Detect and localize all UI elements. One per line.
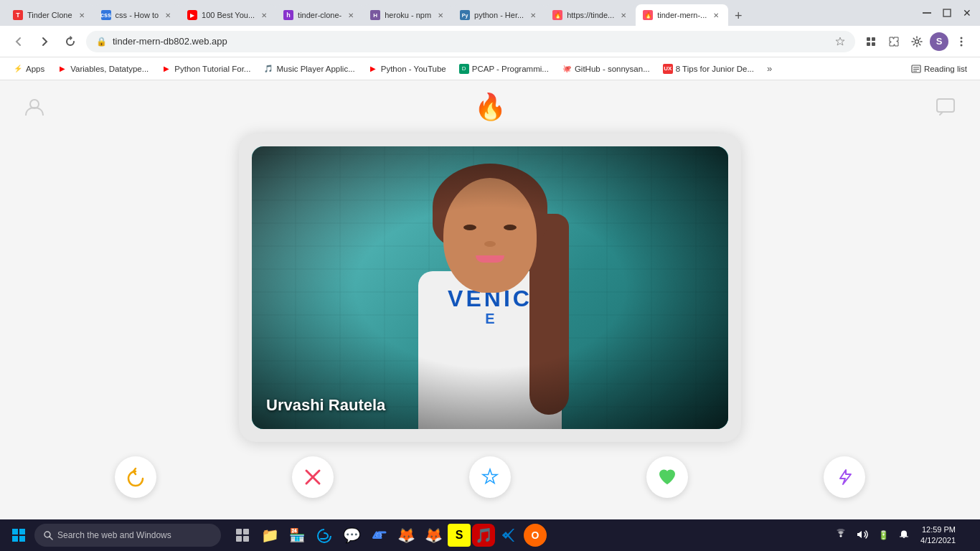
tab-close-1[interactable]: ✕ — [77, 10, 87, 20]
profile-card[interactable]: VENIC E — [252, 146, 728, 429]
taskbar-task-view[interactable] — [230, 522, 255, 548]
new-tab-button[interactable]: + — [728, 6, 748, 26]
close-button[interactable]: ✕ — [960, 6, 974, 20]
bookmark-pcap[interactable]: D PCAP - Programmi... — [453, 61, 555, 77]
tab-css[interactable]: css css - How to ✕ — [94, 4, 181, 26]
bookmark-music[interactable]: 🎵 Music Player Applic... — [258, 61, 360, 77]
taskbar: Search the web and Windows 📁 🏪 💬 — [0, 519, 980, 551]
reload-button[interactable] — [60, 32, 80, 52]
tab-title-8: tinder-mern-... — [657, 11, 707, 19]
svg-point-30 — [377, 533, 381, 537]
tab-close-6[interactable]: ✕ — [528, 10, 538, 20]
ux-favicon: UX — [663, 64, 673, 74]
tab-heroku[interactable]: H heroku - npm ✕ — [363, 4, 453, 26]
tab-youtube-1[interactable]: ▶ 100 Best You... ✕ — [180, 4, 276, 26]
tab-tinder-clone-2[interactable]: h tinder-clone- ✕ — [276, 4, 363, 26]
vscode-icon — [501, 527, 517, 543]
extensions-button[interactable] — [861, 32, 881, 52]
bookmark-github[interactable]: 🐙 GitHub - sonnysan... — [556, 61, 656, 77]
profile-name: Urvashi Rautela — [266, 396, 385, 415]
battery-icon[interactable]: 🔋 — [875, 529, 892, 542]
tab-favicon-7: 🔥 — [552, 10, 562, 20]
tab-close-2[interactable]: ✕ — [163, 10, 173, 20]
taskbar-firefox-2[interactable]: 🦊 — [420, 522, 446, 548]
reading-list-label: Reading list — [924, 65, 967, 73]
chat-button[interactable] — [933, 94, 958, 120]
tab-tinder-clone[interactable]: T Tinder Clone ✕ — [6, 4, 94, 26]
profile-avatar[interactable]: S — [930, 32, 948, 51]
svg-rect-15 — [937, 99, 954, 112]
taskbar-store[interactable]: 🏪 — [284, 522, 310, 548]
svg-point-7 — [961, 37, 963, 39]
svg-rect-2 — [867, 37, 870, 41]
boost-button[interactable] — [824, 456, 865, 498]
nope-button[interactable] — [292, 456, 334, 498]
music-favicon: 🎵 — [263, 64, 273, 74]
tab-favicon-2: css — [101, 10, 111, 20]
taskbar-whatsapp[interactable]: 💬 — [339, 522, 364, 548]
start-button[interactable] — [6, 522, 32, 548]
rewind-icon — [126, 467, 146, 487]
clock-time: 12:59 PM — [920, 524, 956, 535]
reading-list-icon — [911, 64, 921, 74]
tab-title-1: Tinder Clone — [27, 11, 72, 19]
tab-favicon-6: Py — [460, 10, 470, 20]
rewind-button[interactable] — [115, 456, 156, 498]
taskbar-music-app[interactable]: 🎵 — [472, 524, 495, 547]
tab-favicon-1: T — [13, 10, 23, 20]
bookmark-python-tut[interactable]: ▶ Python Tutorial For... — [156, 61, 256, 77]
tinder-app: 🔥 — [0, 80, 980, 519]
extensions-puzzle-button[interactable] — [884, 32, 904, 52]
like-button[interactable] — [646, 456, 688, 498]
tab-favicon-3: ▶ — [187, 10, 197, 20]
maximize-button[interactable] — [940, 6, 954, 20]
tab-close-7[interactable]: ✕ — [618, 10, 628, 20]
profile-card-wrapper[interactable]: VENIC E — [239, 133, 741, 442]
tab-python[interactable]: Py python - Her... ✕ — [453, 4, 545, 26]
taskbar-orange-app[interactable]: O — [524, 524, 547, 547]
system-clock[interactable]: 12:59 PM 4/12/2021 — [916, 524, 960, 547]
taskbar-edge[interactable] — [311, 522, 337, 548]
network-icon[interactable] — [832, 527, 849, 544]
pcap-favicon: D — [459, 64, 469, 74]
lock-icon: 🔒 — [96, 37, 107, 47]
taskbar-snapchat[interactable]: S — [448, 524, 471, 547]
user-profile-button[interactable] — [22, 94, 47, 120]
clock-date: 4/12/2021 — [920, 535, 956, 546]
back-button[interactable] — [9, 32, 29, 52]
taskbar-chrome[interactable] — [366, 522, 392, 548]
chrome-icon — [371, 527, 387, 543]
volume-icon[interactable] — [854, 527, 871, 544]
superlike-button[interactable] — [469, 456, 511, 498]
tab-close-4[interactable]: ✕ — [346, 10, 356, 20]
taskbar-search[interactable]: Search the web and Windows — [34, 524, 221, 547]
tab-close-8[interactable]: ✕ — [711, 10, 721, 20]
bookmark-variables[interactable]: ▶ Variables, Datatype... — [52, 61, 154, 77]
tab-title-7: https://tinde... — [567, 11, 614, 19]
bookmark-python-tut-label: Python Tutorial For... — [174, 65, 250, 73]
tab-tinder-mern[interactable]: 🔥 tinder-mern-... ✕ — [636, 4, 728, 26]
svg-rect-5 — [872, 42, 875, 46]
tab-tinder-https[interactable]: 🔥 https://tinde... ✕ — [545, 4, 636, 26]
more-menu-button[interactable] — [951, 32, 971, 52]
bookmark-pcap-label: PCAP - Programmi... — [472, 65, 549, 73]
taskbar-apps: 📁 🏪 💬 🦊 🦊 S — [230, 522, 547, 548]
taskbar-vscode[interactable] — [496, 522, 522, 548]
bell-icon — [899, 529, 909, 540]
settings-button[interactable] — [907, 32, 927, 52]
bookmark-ux[interactable]: UX 8 Tips for Junior De... — [657, 61, 760, 77]
taskbar-firefox[interactable]: 🦊 — [393, 522, 419, 548]
bookmark-ux-label: 8 Tips for Junior De... — [676, 65, 754, 73]
bookmark-python-yt[interactable]: ▶ Python - YouTube — [362, 61, 452, 77]
address-bar[interactable]: 🔒 tinder-mern-db802.web.app — [86, 31, 855, 52]
show-desktop-button[interactable] — [964, 524, 974, 547]
tab-close-3[interactable]: ✕ — [259, 10, 269, 20]
bookmarks-more-button[interactable]: » — [763, 60, 776, 77]
tab-close-5[interactable]: ✕ — [435, 10, 446, 20]
minimize-button[interactable] — [920, 6, 934, 20]
taskbar-file-explorer[interactable]: 📁 — [257, 522, 283, 548]
notification-icon[interactable] — [896, 528, 912, 543]
reading-list-button[interactable]: Reading list — [905, 61, 973, 77]
forward-button[interactable] — [34, 32, 55, 52]
bookmark-apps[interactable]: ⚡ Apps — [7, 61, 50, 77]
